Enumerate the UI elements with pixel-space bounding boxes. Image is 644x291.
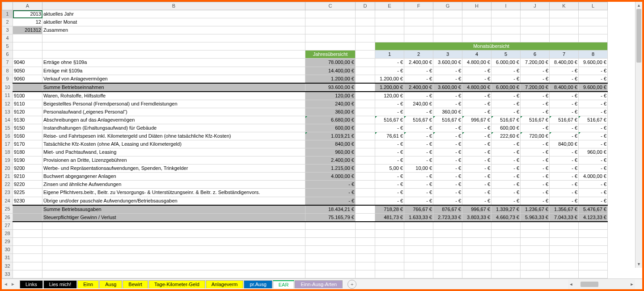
year-total-cell[interactable]: 360,00 € xyxy=(305,108,356,116)
cell[interactable] xyxy=(305,18,356,26)
month-cell[interactable]: 1.633,33 € xyxy=(404,213,433,222)
cell[interactable] xyxy=(404,246,433,254)
cell[interactable] xyxy=(462,34,491,42)
vertical-scrollbar[interactable]: ▲ ▼ xyxy=(635,2,642,268)
sheet-tab-Links[interactable]: Links xyxy=(20,280,43,288)
month-cell[interactable]: - € xyxy=(579,108,608,116)
month-cell[interactable]: - € xyxy=(462,173,491,181)
cell[interactable] xyxy=(375,230,404,238)
desc-cell[interactable]: Beigestelltes Personal (Fremdpersonal) u… xyxy=(42,100,305,108)
cell[interactable] xyxy=(13,238,42,246)
row-header-7[interactable]: 7 xyxy=(2,59,13,67)
desc-cell[interactable]: Instandhaltungen (Erhaltungsaufwand) für… xyxy=(42,124,305,132)
row-header-12[interactable]: 12 xyxy=(2,100,13,108)
month-cell[interactable]: - € xyxy=(433,173,462,181)
month-cell[interactable]: - € xyxy=(579,164,608,173)
cell[interactable] xyxy=(356,254,375,262)
cell[interactable] xyxy=(305,254,356,262)
code-cell[interactable]: 9160 xyxy=(13,132,42,140)
cell-B3[interactable]: Zusammen xyxy=(42,26,305,34)
code-cell[interactable]: 9040 xyxy=(13,59,42,67)
month-cell[interactable]: - € xyxy=(404,132,433,140)
row-header-31[interactable]: 31 xyxy=(2,254,13,262)
month-cell[interactable]: - € xyxy=(550,108,579,116)
cell[interactable] xyxy=(433,262,462,270)
col-header-B[interactable]: B xyxy=(42,2,305,10)
col-header-J[interactable]: J xyxy=(521,2,550,10)
month-cell[interactable]: - € xyxy=(550,92,579,100)
year-total-cell[interactable]: 840,00 € xyxy=(305,140,356,148)
month-cell[interactable]: - € xyxy=(404,67,433,75)
desc-cell[interactable]: Erträge mit §109a xyxy=(42,67,305,75)
month-cell[interactable]: - € xyxy=(375,108,404,116)
month-cell[interactable]: 4.800,00 € xyxy=(462,83,491,92)
add-sheet-button[interactable]: + xyxy=(347,280,356,289)
cell[interactable] xyxy=(550,10,579,18)
month-cell[interactable]: - € xyxy=(404,189,433,197)
cell[interactable] xyxy=(375,222,404,230)
month-cell[interactable]: 360,00 € xyxy=(433,108,462,116)
year-total-cell[interactable]: 2.400,00 € xyxy=(305,156,356,164)
hscroll-thumb[interactable] xyxy=(580,282,598,287)
month-cell[interactable]: - € xyxy=(462,156,491,164)
row-header-32[interactable]: 32 xyxy=(2,262,13,270)
month-cell[interactable]: - € xyxy=(491,156,521,164)
cell[interactable] xyxy=(521,246,550,254)
sheet-tab-Einn[interactable]: Einn xyxy=(77,280,99,288)
month-cell[interactable]: - € xyxy=(462,164,491,173)
cell[interactable] xyxy=(433,238,462,246)
month-cell[interactable]: - € xyxy=(579,181,608,189)
month-cell[interactable]: - € xyxy=(375,59,404,67)
row-header-8[interactable]: 8 xyxy=(2,67,13,75)
code-cell[interactable]: 9060 xyxy=(13,75,42,83)
cell[interactable] xyxy=(521,270,550,278)
cell[interactable] xyxy=(42,262,305,270)
month-cell[interactable]: - € xyxy=(375,197,404,205)
year-total-cell[interactable]: 600,00 € xyxy=(305,124,356,132)
year-total-cell[interactable]: 1.215,00 € xyxy=(305,164,356,173)
row-header-27[interactable]: 27 xyxy=(2,222,13,230)
month-cell[interactable]: - € xyxy=(375,124,404,132)
month-cell[interactable]: - € xyxy=(579,189,608,197)
month-cell[interactable]: 516,67 € xyxy=(375,116,404,124)
year-total-cell[interactable]: - € xyxy=(305,197,356,205)
cell[interactable] xyxy=(491,10,521,18)
month-cell[interactable]: 3.600,00 € xyxy=(433,59,462,67)
col-header-H[interactable]: H xyxy=(462,2,491,10)
month-cell[interactable]: - € xyxy=(521,140,550,148)
cell[interactable] xyxy=(13,34,42,42)
desc-cell[interactable]: Buchwert abgegangener Anlagen xyxy=(42,173,305,181)
month-cell[interactable]: - € xyxy=(491,100,521,108)
month-cell[interactable]: - € xyxy=(491,108,521,116)
code-cell[interactable]: 9225 xyxy=(13,189,42,197)
row-header-6[interactable]: 6 xyxy=(2,51,13,59)
row-header-3[interactable]: 3 xyxy=(2,26,13,34)
row-header-17[interactable]: 17 xyxy=(2,140,13,148)
cell[interactable] xyxy=(521,254,550,262)
cell[interactable] xyxy=(404,270,433,278)
month-cell[interactable]: - € xyxy=(521,189,550,197)
cell[interactable] xyxy=(42,34,305,42)
year-total-cell[interactable]: 18.434,21 € xyxy=(305,205,356,214)
cell[interactable] xyxy=(356,222,375,230)
month-cell[interactable]: 240,00 € xyxy=(404,100,433,108)
month-cell[interactable]: - € xyxy=(521,148,550,156)
row-header-18[interactable]: 18 xyxy=(2,148,13,156)
row-header-16[interactable]: 16 xyxy=(2,132,13,140)
cell[interactable] xyxy=(491,230,521,238)
month-cell[interactable]: - € xyxy=(404,148,433,156)
desc-cell[interactable]: Waren, Rohstoffe, Hilfsstoffe xyxy=(42,92,305,100)
code-cell[interactable] xyxy=(13,213,42,222)
sheet-tab-pr.Ausg[interactable]: pr.Ausg xyxy=(244,280,272,288)
select-all-corner[interactable] xyxy=(2,2,13,10)
month-cell[interactable]: 5.963,33 € xyxy=(521,213,550,222)
year-total-cell[interactable]: 75.165,79 € xyxy=(305,213,356,222)
row-header-11[interactable]: 11 xyxy=(2,92,13,100)
desc-cell[interactable]: Verkauf von Anlagevermögen xyxy=(42,75,305,83)
month-cell[interactable]: - € xyxy=(404,181,433,189)
cell[interactable] xyxy=(462,26,491,34)
month-cell[interactable]: 996,67 € xyxy=(462,205,491,214)
month-cell[interactable]: - € xyxy=(521,181,550,189)
cell[interactable] xyxy=(404,222,433,230)
cell[interactable] xyxy=(491,238,521,246)
